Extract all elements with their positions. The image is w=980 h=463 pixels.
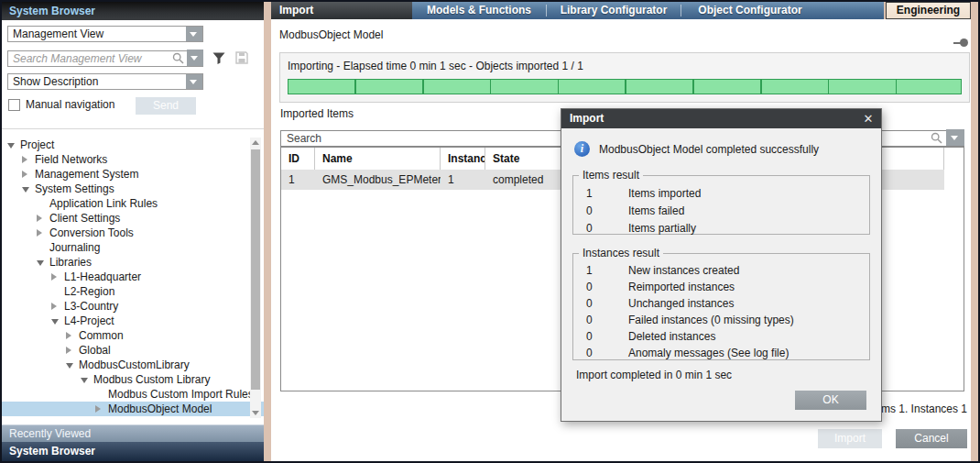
divider bbox=[2, 128, 264, 129]
tree-item-l3-country[interactable]: L3-Country bbox=[2, 299, 264, 314]
column-header-instances[interactable]: Instances bbox=[441, 148, 485, 170]
collapsed-arrow-icon[interactable] bbox=[22, 167, 35, 182]
instances-result-rows: 1New instances created0Reimported instan… bbox=[573, 262, 869, 361]
summary-text: Items 1. Instances 1 bbox=[869, 402, 967, 415]
app-window: System Browser Management View Show Desc… bbox=[0, 0, 980, 463]
cell-instances: 1 bbox=[441, 170, 485, 190]
tree-item-l4-project[interactable]: L4-Project bbox=[2, 314, 264, 328]
collapsed-arrow-icon[interactable] bbox=[22, 152, 35, 167]
chevron-down-icon[interactable] bbox=[186, 74, 202, 89]
tree-item-label: L1-Headquarter bbox=[64, 270, 141, 284]
search-dropdown-icon[interactable] bbox=[187, 50, 203, 66]
manual-navigation-label: Manual navigation bbox=[26, 98, 114, 111]
tree: ProjectField NetworksManagement SystemSy… bbox=[2, 138, 264, 416]
expanded-arrow-icon[interactable] bbox=[66, 358, 79, 372]
scroll-down-icon[interactable] bbox=[252, 411, 259, 415]
manual-navigation-checkbox[interactable] bbox=[8, 99, 20, 111]
tab-library-configurator[interactable]: Library Configurator bbox=[547, 2, 681, 19]
cancel-button[interactable]: Cancel bbox=[896, 429, 967, 448]
tree-item-label: System Settings bbox=[35, 182, 114, 196]
tree-item-l2-region[interactable]: L2-Region bbox=[2, 284, 264, 299]
chevron-down-icon[interactable] bbox=[186, 27, 202, 41]
tree-scrollbar[interactable] bbox=[250, 138, 261, 418]
collapsed-arrow-icon[interactable] bbox=[51, 299, 64, 314]
tree-item-journaling[interactable]: Journaling bbox=[2, 240, 264, 255]
tree-item-common[interactable]: Common bbox=[2, 328, 264, 343]
description-selector-dropdown[interactable]: Show Description bbox=[7, 73, 203, 90]
tree-item-label: Libraries bbox=[49, 255, 92, 270]
scroll-up-icon[interactable] bbox=[252, 140, 259, 145]
tree-item-management-system[interactable]: Management System bbox=[2, 167, 264, 182]
tree-item-label: Global bbox=[79, 343, 111, 358]
expanded-arrow-icon[interactable] bbox=[51, 314, 64, 328]
collapsed-arrow-icon[interactable] bbox=[51, 270, 64, 284]
tree-item-client-settings[interactable]: Client Settings bbox=[2, 211, 264, 226]
tree-item-system-settings[interactable]: System Settings bbox=[2, 182, 264, 196]
recently-viewed-bar[interactable]: Recently Viewed bbox=[2, 424, 264, 442]
collapsed-arrow-icon[interactable] bbox=[66, 328, 79, 343]
search-icon bbox=[172, 51, 184, 68]
tab-strip: Models & FunctionsLibrary ConfiguratorOb… bbox=[412, 2, 884, 19]
tab-import[interactable]: Import bbox=[271, 2, 412, 19]
result-label: Items imported bbox=[628, 187, 869, 200]
tree-item-label: Project bbox=[20, 138, 54, 152]
tree-item-libraries[interactable]: Libraries bbox=[2, 255, 264, 270]
scrollbar-thumb[interactable] bbox=[251, 149, 260, 390]
tree-item-label: Field Networks bbox=[35, 152, 107, 167]
tab-models-functions[interactable]: Models & Functions bbox=[412, 2, 546, 19]
cell-id: 1 bbox=[281, 170, 315, 190]
tree-item-global[interactable]: Global bbox=[2, 343, 264, 358]
imported-items-label: Imported Items bbox=[280, 107, 354, 120]
expanded-arrow-icon[interactable] bbox=[22, 182, 35, 196]
tree-item-label: Journaling bbox=[49, 240, 100, 255]
result-row: 0Unchanged instances bbox=[573, 295, 869, 312]
column-header-id[interactable]: ID bbox=[281, 148, 315, 170]
collapsed-arrow-icon[interactable] bbox=[66, 343, 79, 358]
description-selector-value: Show Description bbox=[13, 75, 98, 88]
send-button[interactable]: Send bbox=[136, 97, 196, 115]
tree-item-l1-headquarter[interactable]: L1-Headquarter bbox=[2, 270, 264, 284]
tree-item-application-link-rules[interactable]: Application Link Rules bbox=[2, 196, 264, 211]
result-value: 1 bbox=[573, 187, 628, 200]
info-icon: i bbox=[574, 141, 590, 157]
engineering-button[interactable]: Engineering bbox=[886, 2, 971, 19]
collapsed-arrow-icon[interactable] bbox=[37, 211, 49, 226]
tree-item-label: ModbusObject Model bbox=[108, 402, 212, 416]
result-row: 0Failed instances (0 missing types) bbox=[573, 312, 869, 328]
view-selector-dropdown[interactable]: Management View bbox=[7, 26, 203, 42]
column-header-name[interactable]: Name bbox=[315, 148, 441, 170]
save-icon[interactable] bbox=[234, 50, 249, 69]
dialog-title: Import bbox=[561, 109, 881, 128]
tree-item-label: Conversion Tools bbox=[49, 226, 134, 240]
tree-item-project[interactable]: Project bbox=[2, 138, 264, 152]
expanded-arrow-icon[interactable] bbox=[81, 372, 93, 387]
result-label: New instances created bbox=[628, 264, 869, 277]
dialog-message-row: i ModbusObject Model completed successfu… bbox=[574, 141, 819, 157]
expanded-arrow-icon[interactable] bbox=[7, 138, 20, 152]
result-row: 0Anomaly messages (See log file) bbox=[573, 345, 869, 361]
dialog-message: ModbusObject Model completed successfull… bbox=[599, 143, 819, 156]
pin-icon[interactable] bbox=[953, 39, 968, 47]
tree-item-modbuscustomlibrary[interactable]: ModbusCustomLibrary bbox=[2, 358, 264, 372]
result-label: Unchanged instances bbox=[628, 297, 869, 310]
result-row: 0Items partially bbox=[573, 219, 869, 237]
result-value: 0 bbox=[573, 314, 628, 326]
tab-object-configurator[interactable]: Object Configurator bbox=[681, 2, 819, 19]
filter-icon[interactable] bbox=[212, 50, 226, 69]
ok-button[interactable]: OK bbox=[795, 391, 866, 410]
tree-item-modbus-custom-library[interactable]: Modbus Custom Library bbox=[2, 372, 264, 387]
search-dropdown-icon[interactable] bbox=[946, 129, 964, 146]
tree-item-field-networks[interactable]: Field Networks bbox=[2, 152, 264, 167]
tree-item-modbus-custom-import-rules[interactable]: Modbus Custom Import Rules bbox=[2, 387, 264, 402]
tree-item-modbusobject-model[interactable]: ModbusObject Model bbox=[2, 402, 264, 416]
system-browser-bar[interactable]: System Browser bbox=[2, 442, 264, 461]
collapsed-arrow-icon[interactable] bbox=[95, 402, 108, 416]
expanded-arrow-icon[interactable] bbox=[37, 255, 49, 270]
collapsed-arrow-icon[interactable] bbox=[37, 226, 49, 240]
tree-item-conversion-tools[interactable]: Conversion Tools bbox=[2, 226, 264, 240]
tree-item-label: Management System bbox=[35, 167, 138, 182]
panel-splitter[interactable] bbox=[264, 2, 271, 461]
close-icon[interactable]: ✕ bbox=[861, 109, 876, 128]
import-button[interactable]: Import bbox=[818, 429, 882, 448]
instances-result-group: Instances result 1New instances created0… bbox=[572, 247, 870, 360]
